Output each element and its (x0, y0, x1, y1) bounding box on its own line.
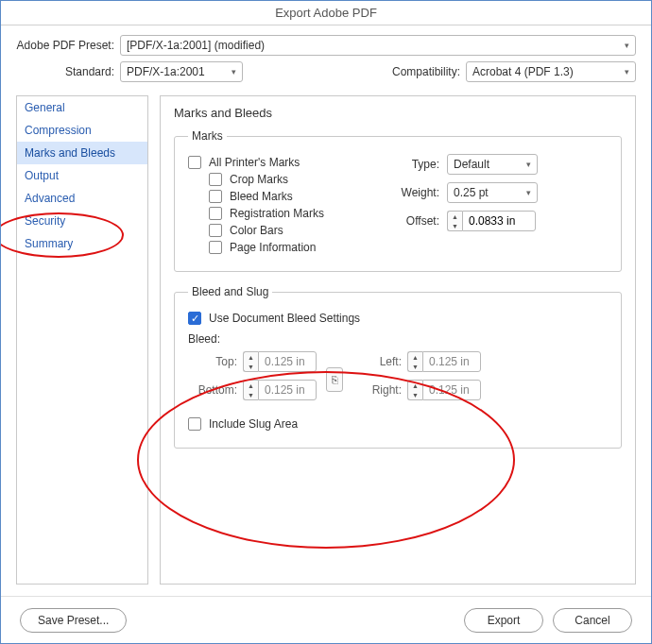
main-panel: Marks and Bleeds Marks All Printer's Mar… (160, 95, 636, 585)
all-printers-marks-label: All Printer's Marks (209, 156, 300, 169)
offset-stepper[interactable]: ▲▼ (447, 211, 536, 231)
bleed-and-slug-legend: Bleed and Slug (188, 285, 272, 298)
link-icon: ⎘ (332, 374, 338, 385)
cancel-button[interactable]: Cancel (553, 608, 632, 633)
sidebar-item-marks-and-bleeds[interactable]: Marks and Bleeds (17, 142, 147, 164)
export-button[interactable]: Export (464, 608, 543, 633)
header: Adobe PDF Preset: [PDF/X-1a:2001] (modif… (1, 25, 651, 95)
bleed-right-label: Right: (352, 383, 407, 397)
bleed-left-stepper[interactable]: ▲▼ (407, 351, 481, 372)
bleed-bottom-label: Bottom: (188, 383, 243, 397)
bleed-top-label: Top: (188, 355, 243, 368)
stepper-arrows-icon[interactable]: ▲▼ (243, 380, 258, 400)
export-pdf-dialog: Export Adobe PDF Adobe PDF Preset: [PDF/… (0, 0, 652, 644)
stepper-arrows-icon[interactable]: ▲▼ (407, 351, 422, 372)
compatibility-label: Compatibility: (392, 65, 466, 78)
compatibility-value: Acrobat 4 (PDF 1.3) (472, 65, 574, 78)
type-value: Default (454, 158, 489, 171)
weight-value: 0.25 pt (454, 186, 489, 199)
type-dropdown[interactable]: Default ▾ (447, 154, 538, 175)
weight-label: Weight: (390, 186, 447, 199)
type-label: Type: (390, 158, 447, 171)
bleed-and-slug-fieldset: Bleed and Slug Use Document Bleed Settin… (174, 285, 622, 449)
chevron-down-icon: ▾ (625, 41, 629, 50)
stepper-arrows-icon[interactable]: ▲▼ (407, 380, 422, 400)
bleed-sublabel: Bleed: (188, 332, 608, 346)
crop-marks-checkbox[interactable] (209, 173, 222, 186)
link-values-toggle[interactable]: ⎘ (326, 367, 343, 392)
chevron-down-icon: ▾ (625, 67, 629, 76)
include-slug-checkbox[interactable] (188, 417, 201, 431)
bleed-top-stepper[interactable]: ▲▼ (243, 351, 317, 372)
bleed-bottom-stepper[interactable]: ▲▼ (243, 380, 317, 400)
bleed-marks-checkbox[interactable] (209, 190, 222, 203)
chevron-down-icon: ▾ (526, 188, 531, 197)
sidebar-item-summary[interactable]: Summary (17, 232, 147, 255)
chevron-down-icon: ▾ (232, 67, 236, 76)
sidebar-item-security[interactable]: Security (17, 210, 147, 232)
preset-dropdown[interactable]: [PDF/X-1a:2001] (modified) ▾ (120, 35, 636, 56)
registration-marks-label: Registration Marks (230, 207, 324, 220)
compatibility-dropdown[interactable]: Acrobat 4 (PDF 1.3) ▾ (466, 61, 636, 82)
registration-marks-checkbox[interactable] (209, 207, 222, 220)
stepper-arrows-icon[interactable]: ▲▼ (243, 351, 258, 372)
sidebar-item-advanced[interactable]: Advanced (17, 187, 147, 210)
standard-dropdown[interactable]: PDF/X-1a:2001 ▾ (120, 61, 243, 82)
bleed-left-label: Left: (352, 355, 407, 368)
bleed-right-stepper[interactable]: ▲▼ (407, 380, 481, 400)
marks-legend: Marks (188, 129, 227, 143)
sidebar-item-output[interactable]: Output (17, 164, 147, 187)
stepper-arrows-icon[interactable]: ▲▼ (447, 211, 462, 231)
page-information-checkbox[interactable] (209, 241, 222, 254)
bleed-top-input[interactable] (258, 351, 317, 372)
standard-label: Standard: (16, 65, 120, 78)
sidebar-item-general[interactable]: General (17, 96, 147, 119)
crop-marks-label: Crop Marks (230, 173, 288, 186)
include-slug-label: Include Slug Area (209, 417, 298, 431)
preset-value: [PDF/X-1a:2001] (modified) (127, 39, 265, 52)
bleed-bottom-input[interactable] (258, 380, 317, 400)
dialog-body: General Compression Marks and Bleeds Out… (1, 95, 651, 596)
all-printers-marks-checkbox[interactable] (188, 156, 201, 169)
use-document-bleed-label: Use Document Bleed Settings (209, 312, 360, 325)
bleed-left-input[interactable] (422, 351, 481, 372)
preset-label: Adobe PDF Preset: (16, 39, 120, 52)
standard-value: PDF/X-1a:2001 (127, 65, 205, 78)
bleed-right-input[interactable] (422, 380, 481, 400)
category-sidebar: General Compression Marks and Bleeds Out… (16, 95, 148, 585)
color-bars-checkbox[interactable] (209, 224, 222, 237)
use-document-bleed-checkbox[interactable] (188, 312, 201, 325)
sidebar-item-compression[interactable]: Compression (17, 119, 147, 142)
dialog-footer: Save Preset... Export Cancel (1, 596, 651, 643)
marks-fieldset: Marks All Printer's Marks Crop Marks (174, 129, 622, 272)
dialog-title: Export Adobe PDF (1, 1, 651, 25)
chevron-down-icon: ▾ (526, 160, 531, 169)
offset-label: Offset: (390, 214, 447, 228)
save-preset-button[interactable]: Save Preset... (20, 608, 127, 633)
weight-dropdown[interactable]: 0.25 pt ▾ (447, 182, 538, 203)
bleed-marks-label: Bleed Marks (230, 190, 293, 203)
page-information-label: Page Information (230, 241, 316, 254)
offset-input[interactable] (462, 211, 536, 231)
panel-title: Marks and Bleeds (174, 106, 622, 120)
color-bars-label: Color Bars (230, 224, 283, 237)
